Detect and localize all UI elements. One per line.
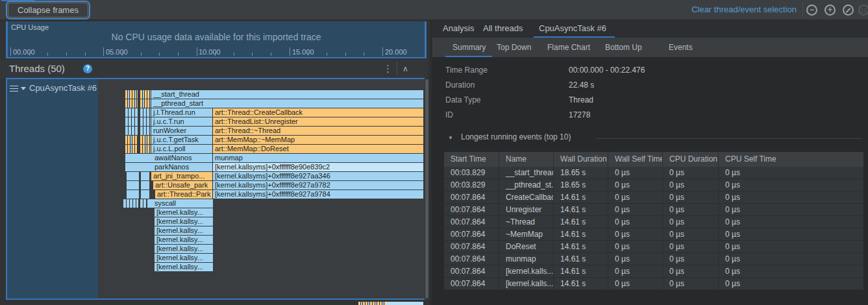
trace-micro-events[interactable] [140, 90, 151, 99]
table-row[interactable]: 00:07.864 ~MemMap 14.61 s 0 µs 0 µs 0 µs [444, 228, 863, 241]
trace-event-bar[interactable]: [kernel.kallsyms]+0xffffff8e927aa346 [213, 172, 423, 180]
column-header[interactable]: Start Time [444, 152, 499, 167]
trace-event-bar[interactable]: art::Thread::CreateCallback [213, 108, 423, 117]
trace-micro-events[interactable] [123, 199, 138, 208]
trace-event-bar[interactable] [141, 181, 149, 189]
trace-micro-events[interactable] [125, 99, 138, 108]
trace-event-bar[interactable]: syscall [147, 199, 213, 208]
trace-micro-events[interactable] [140, 108, 151, 117]
reset-zoom-icon[interactable] [843, 5, 854, 16]
trace-micro-events[interactable] [140, 127, 151, 135]
trace-micro-events[interactable] [140, 199, 146, 208]
trace-event-bar[interactable]: __start_thread [151, 90, 423, 99]
trace-event-bar[interactable] [127, 190, 139, 199]
subtab-bottom-up[interactable]: Bottom Up [605, 38, 642, 57]
column-header[interactable]: Name [499, 152, 554, 167]
subtab-events[interactable]: Events [669, 38, 693, 57]
thread-trace-chart[interactable]: __start_thread __pthread_start j.l.Threa… [98, 79, 425, 299]
trace-event-bar[interactable]: parkNanos [125, 163, 213, 171]
cpu-usage-panel[interactable]: CPU Usage No CPU usage data available fo… [6, 21, 427, 58]
column-header[interactable]: Wall Self Time [608, 152, 663, 167]
trace-event-bar[interactable] [141, 190, 149, 199]
trace-event-bar[interactable]: j.u.c.T.getTask [151, 136, 213, 144]
trace-event-bar[interactable]: [kernel.kallsyms]+0xffffff8e927a9784 [213, 190, 423, 199]
summary-field-value: 17278 [569, 110, 590, 119]
table-row[interactable]: 00:07.864 DoReset 14.61 s 0 µs 0 µs 0 µs [444, 241, 863, 253]
trace-event-bar[interactable]: runWorker [151, 127, 213, 135]
trace-micro-events[interactable] [125, 127, 138, 135]
subtab-summary[interactable]: Summary [453, 38, 486, 57]
tab-cpuasynctask[interactable]: CpuAsyncTask #6 [539, 20, 606, 37]
trace-event-bar[interactable]: art::Unsafe_park [153, 181, 213, 189]
table-row[interactable]: 00:03.829 __pthread_st... 18.65 s 0 µs 0… [444, 179, 863, 191]
subtab-top-down[interactable]: Top Down [497, 38, 531, 57]
collapse-panel-icon[interactable]: ∧ [403, 60, 408, 78]
trace-event-bar[interactable]: j.u.c.L.poll [151, 145, 213, 153]
zoom-in-icon[interactable]: + [825, 5, 836, 16]
tab-all-threads[interactable]: All threads [483, 20, 523, 37]
trace-event-bar[interactable]: [kernel.kallsyms]+0xffffff8e90e839c2 [213, 163, 423, 171]
cell-start-time: 00:07.864 [444, 253, 499, 265]
axis-tick-label: 00.000 [13, 48, 35, 56]
table-row[interactable]: 00:07.864 CreateCallback 14.61 s 0 µs 0 … [444, 191, 863, 204]
trace-event-bar[interactable]: [kernel.kallsy... [155, 208, 213, 217]
subtab-flame-chart[interactable]: Flame Chart [547, 38, 590, 57]
thread-list-item[interactable]: CpuAsyncTask #6 [6, 79, 98, 299]
trace-event-bar[interactable]: [kernel.kallsy... [155, 236, 213, 244]
expand-thread-icon[interactable] [21, 87, 26, 90]
clear-selection-link[interactable]: Clear thread/event selection [691, 0, 797, 19]
trace-micro-events[interactable] [125, 117, 138, 126]
column-header[interactable]: CPU Self Time [719, 152, 863, 167]
trace-micro-events[interactable] [140, 145, 151, 153]
threads-title: Threads (50) [9, 60, 65, 78]
next-thread-preview[interactable] [6, 301, 425, 305]
trace-event-bar[interactable]: art::Thread::~Thread [213, 127, 423, 135]
table-row[interactable]: 00:03.829 __start_thread 18.65 s 0 µs 0 … [444, 167, 863, 179]
trace-micro-events[interactable] [140, 117, 151, 126]
trace-micro-events[interactable] [140, 136, 151, 144]
trace-event-bar[interactable]: art::MemMap::DoReset [213, 145, 423, 153]
trace-event-bar[interactable]: [kernel.kallsy... [155, 254, 213, 262]
trace-event-bar[interactable] [141, 172, 149, 180]
trace-event-bar[interactable]: awaitNanos [125, 154, 213, 162]
table-row[interactable]: 00:07.864 ~Thread 14.61 s 0 µs 0 µs 0 µs [444, 216, 863, 228]
more-options-icon[interactable]: ⋮ [383, 60, 393, 78]
threads-scrollbar[interactable] [425, 79, 428, 299]
trace-micro-events[interactable] [125, 145, 138, 153]
collapse-frames-button[interactable]: Collapse frames [8, 3, 88, 18]
trace-event-bar[interactable]: j.u.c.T.run [151, 117, 213, 126]
table-row[interactable]: 00:07.864 Unregister 14.61 s 0 µs 0 µs 0… [444, 204, 863, 216]
column-header[interactable]: CPU Duration [663, 152, 719, 167]
trace-micro-events[interactable] [125, 108, 138, 117]
trace-event-bar[interactable]: art::MemMap::~MemMap [213, 136, 423, 144]
trace-event-bar[interactable]: art::Thread::Park [155, 190, 213, 199]
table-row[interactable]: 00:07.864 [kernel.kalls... 14.61 s 0 µs … [444, 278, 863, 290]
trace-event-bar[interactable]: [kernel.kallsy... [155, 226, 213, 235]
tab-analysis[interactable]: Analysis [443, 20, 474, 37]
trace-event-bar[interactable]: j.l.Thread.run [151, 108, 213, 117]
drag-handle-icon[interactable] [10, 86, 18, 92]
trace-event-bar[interactable]: art_jni_trampo... [151, 172, 213, 180]
trace-micro-events[interactable] [140, 99, 151, 108]
trace-event-bar[interactable]: art::ThreadList::Unregister [213, 117, 423, 126]
zoom-out-icon[interactable]: − [806, 5, 817, 16]
reset-zoom-slash [846, 8, 851, 13]
trace-event-bar[interactable] [127, 172, 139, 180]
section-collapse-icon[interactable]: ▼ [448, 135, 453, 141]
trace-event-bar[interactable]: [kernel.kallsy... [155, 263, 213, 271]
cell-start-time: 00:03.829 [444, 167, 499, 178]
help-icon[interactable]: ? [83, 64, 92, 73]
trace-micro-events[interactable] [125, 90, 138, 99]
trace-event-bar[interactable]: munmap [213, 154, 423, 162]
trace-event-bar[interactable]: __pthread_start [151, 99, 423, 108]
trace-micro-events[interactable] [125, 136, 138, 144]
trace-event-bar[interactable] [127, 181, 139, 189]
column-header[interactable]: Wall Duration [554, 152, 608, 167]
table-row[interactable]: 00:07.864 [kernel.kalls... 14.61 s 0 µs … [444, 265, 863, 278]
table-row[interactable]: 00:07.864 munmap 14.61 s 0 µs 0 µs 0 µs [444, 253, 863, 265]
cell-name: [kernel.kalls... [499, 278, 554, 289]
trace-event-bar[interactable]: [kernel.kallsy... [155, 217, 213, 226]
trace-event-bar[interactable]: [kernel.kallsyms]+0xffffff8e927a9782 [213, 181, 423, 189]
trace-event-bar[interactable]: [kernel.kallsy... [155, 245, 213, 253]
cell-start-time: 00:07.864 [444, 216, 499, 228]
